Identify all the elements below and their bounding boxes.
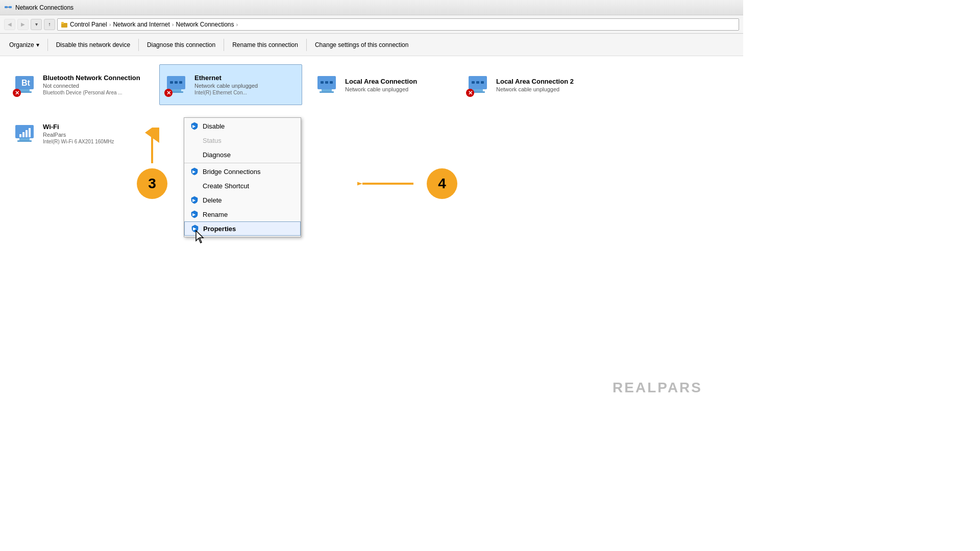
breadcrumb-sep-2: › (172, 21, 174, 28)
bluetooth-connection-item[interactable]: Bt ✕ Bluetooth Network Connection Not co… (8, 64, 151, 105)
main-content: Bt ✕ Bluetooth Network Connection Not co… (0, 56, 743, 416)
wifi-conn-name: Wi-Fi (43, 123, 114, 131)
up-button[interactable]: ↑ (44, 19, 55, 30)
context-menu: ▶ Disable Status Diagnose ▶ Bridge Conne… (184, 117, 301, 237)
badge-4-container: 4 (357, 168, 457, 199)
wifi-icon-wrapper (12, 121, 38, 146)
ethernet-connection-item[interactable]: ✕ Ethernet Network cable unplugged Intel… (159, 64, 302, 105)
svg-rect-23 (325, 81, 328, 84)
toolbar-separator-4 (306, 39, 307, 51)
local-area-conn-name: Local Area Connection (345, 78, 417, 85)
menu-label-disable: Disable (203, 122, 225, 130)
menu-label-rename: Rename (203, 211, 228, 218)
svg-rect-24 (330, 81, 333, 84)
local-area-2-conn-status: Network cable unplugged (496, 86, 574, 92)
breadcrumb-sep-1: › (109, 21, 111, 28)
ethernet-conn-status: Network cable unplugged (194, 83, 258, 89)
svg-rect-35 (17, 140, 32, 142)
svg-text:▶: ▶ (192, 169, 196, 174)
menu-label-create-shortcut: Create Shortcut (203, 182, 249, 190)
up-arrow (144, 128, 160, 168)
svg-text:✕: ✕ (468, 90, 473, 96)
ethernet-conn-name: Ethernet (194, 74, 258, 82)
rename-connection-button[interactable]: Rename this connection (227, 37, 303, 53)
bluetooth-icon-wrapper: Bt ✕ (12, 72, 38, 97)
organize-button[interactable]: Organize ▾ (4, 37, 44, 53)
local-area-2-conn-name: Local Area Connection 2 (496, 78, 574, 85)
svg-rect-16 (179, 81, 182, 84)
menu-label-diagnose: Diagnose (203, 151, 231, 159)
shield-icon-rename: ▶ (190, 210, 199, 218)
svg-rect-0 (5, 6, 8, 8)
step-3-badge: 3 (137, 168, 167, 199)
local-area-connection-2-icon-wrapper: ✕ (465, 72, 491, 97)
network-connections-icon (4, 4, 12, 12)
local-area-2-error-icon: ✕ (465, 88, 475, 97)
svg-rect-36 (19, 134, 21, 137)
badge-3-container: 3 (137, 128, 167, 199)
change-settings-button[interactable]: Change settings of this connection (310, 37, 413, 53)
menu-item-diagnose[interactable]: Diagnose (184, 147, 301, 162)
svg-text:▶: ▶ (192, 212, 196, 217)
bluetooth-conn-name: Bluetooth Network Connection (43, 74, 140, 82)
shield-icon-bridge: ▶ (190, 167, 199, 176)
ethernet-error-icon: ✕ (164, 88, 173, 97)
title-bar: Network Connections (0, 0, 743, 15)
disable-network-device-button[interactable]: Disable this network device (51, 37, 135, 53)
breadcrumb: Control Panel › Network and Internet › N… (57, 18, 739, 31)
shield-icon-disable: ▶ (190, 122, 199, 130)
toolbar-separator-1 (47, 39, 48, 51)
recent-pages-button[interactable]: ▾ (31, 19, 42, 30)
back-button[interactable]: ◀ (4, 19, 15, 30)
toolbar-separator-2 (138, 39, 139, 51)
wifi-conn-status: RealPars (43, 132, 114, 138)
svg-rect-4 (61, 22, 64, 24)
breadcrumb-network-connections[interactable]: Network Connections (176, 21, 234, 28)
svg-rect-1 (9, 6, 12, 8)
local-area-connection-2-item[interactable]: ✕ Local Area Connection 2 Network cable … (461, 64, 604, 105)
local-area-connection-icon-wrapper (314, 72, 340, 97)
svg-rect-39 (29, 128, 31, 137)
menu-item-create-shortcut[interactable]: Create Shortcut (184, 179, 301, 193)
svg-rect-29 (476, 81, 479, 84)
local-area-conn-status: Network cable unplugged (345, 86, 417, 92)
menu-label-bridge: Bridge Connections (203, 168, 260, 176)
local-area-connection-icon (314, 72, 339, 96)
svg-text:▶: ▶ (192, 124, 196, 129)
ethernet-icon-wrapper: ✕ (164, 72, 189, 97)
toolbar-separator-3 (224, 39, 224, 51)
svg-rect-37 (22, 132, 24, 137)
error-icon: ✕ (12, 88, 21, 97)
wifi-conn-detail: Intel(R) Wi-Fi 6 AX201 160MHz (43, 139, 114, 144)
step-4-badge: 4 (427, 168, 457, 199)
wifi-icon (12, 121, 37, 145)
svg-rect-20 (322, 89, 332, 91)
mouse-cursor (195, 230, 205, 244)
menu-item-bridge[interactable]: ▶ Bridge Connections (184, 164, 301, 179)
forward-button[interactable]: ▶ (17, 19, 29, 30)
breadcrumb-control-panel[interactable]: Control Panel (70, 21, 107, 28)
svg-text:✕: ✕ (166, 90, 171, 96)
diagnose-connection-button[interactable]: Diagnose this connection (142, 37, 220, 53)
svg-text:✕: ✕ (15, 90, 19, 96)
breadcrumb-icon (61, 21, 68, 28)
local-area-connection-item[interactable]: Local Area Connection Network cable unpl… (310, 64, 453, 105)
menu-item-disable[interactable]: ▶ Disable (184, 119, 301, 133)
menu-separator-1 (184, 163, 301, 163)
bluetooth-conn-detail: Bluetooth Device (Personal Area ... (43, 90, 140, 95)
toolbar: Organize ▾ Disable this network device D… (0, 34, 743, 56)
svg-rect-30 (481, 81, 484, 84)
menu-item-delete[interactable]: ▶ Delete (184, 193, 301, 207)
menu-label-status: Status (203, 137, 222, 144)
watermark: REALPARS (612, 380, 702, 396)
menu-item-status[interactable]: Status (184, 133, 301, 147)
bluetooth-conn-status: Not connected (43, 83, 140, 89)
svg-marker-49 (196, 231, 203, 243)
breadcrumb-network-internet[interactable]: Network and Internet (113, 21, 169, 28)
wifi-connection-item[interactable]: Wi-Fi RealPars Intel(R) Wi-Fi 6 AX201 16… (8, 113, 151, 154)
breadcrumb-sep-3: › (236, 21, 238, 28)
shield-icon-delete: ▶ (190, 196, 199, 204)
title-bar-text: Network Connections (15, 4, 74, 11)
ethernet-conn-detail: Intel(R) Ethernet Con... (194, 90, 258, 95)
menu-item-rename[interactable]: ▶ Rename (184, 207, 301, 221)
